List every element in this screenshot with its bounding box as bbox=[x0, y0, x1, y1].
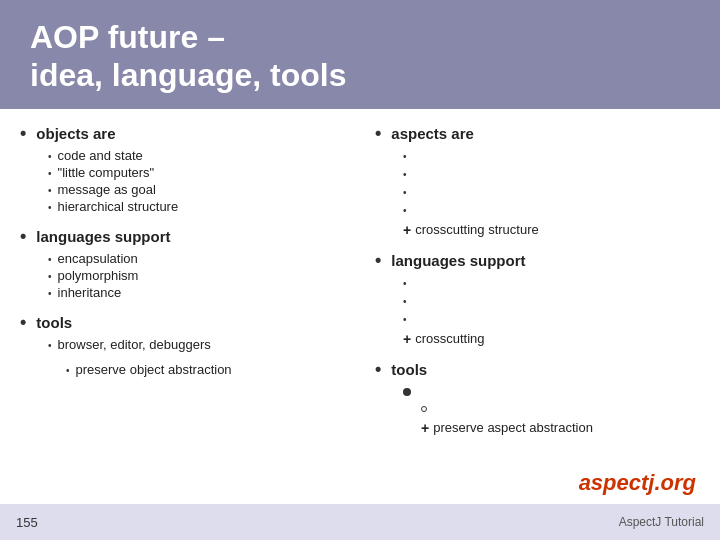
list-item: • browser, editor, debuggers bbox=[48, 337, 345, 352]
aspects-plus-text: crosscutting structure bbox=[415, 222, 539, 237]
list-item: • encapsulation bbox=[48, 251, 345, 266]
sub-bullet-icon: • bbox=[48, 151, 52, 162]
objects-item-0: code and state bbox=[58, 148, 143, 163]
objects-list: • code and state • "little computers" • … bbox=[48, 148, 345, 214]
objects-heading: • objects are bbox=[20, 123, 345, 144]
list-item: • bbox=[403, 202, 700, 218]
list-item: • message as goal bbox=[48, 182, 345, 197]
objects-section: • objects are • code and state • "little… bbox=[20, 123, 345, 214]
sub-bullet-icon: • bbox=[403, 314, 407, 325]
title-line1: AOP future – bbox=[30, 19, 225, 55]
left-column: • objects are • code and state • "little… bbox=[20, 123, 355, 493]
plus-icon: + bbox=[403, 222, 411, 238]
tools-sub-list: • preserve object abstraction bbox=[66, 362, 345, 377]
sub-bullet-icon: • bbox=[48, 168, 52, 179]
right-languages-plus: + crosscutting bbox=[403, 331, 700, 347]
right-tools-plus-text: preserve aspect abstraction bbox=[433, 420, 593, 435]
page-title: AOP future – idea, language, tools bbox=[30, 18, 690, 95]
aspects-bullet: • bbox=[375, 123, 381, 144]
objects-item-2: message as goal bbox=[58, 182, 156, 197]
tools-bullet: • bbox=[20, 312, 26, 333]
objects-item-1: "little computers" bbox=[58, 165, 155, 180]
list-item: • bbox=[403, 166, 700, 182]
list-item: • bbox=[403, 293, 700, 309]
tools-section: • tools • browser, editor, debuggers • p… bbox=[20, 312, 345, 377]
sub-bullet-icon: • bbox=[403, 187, 407, 198]
list-item: • inheritance bbox=[48, 285, 345, 300]
title-line2: idea, language, tools bbox=[30, 57, 347, 93]
right-tools-label: tools bbox=[391, 361, 427, 378]
tools-label: tools bbox=[36, 314, 72, 331]
right-tools-heading: • tools bbox=[375, 359, 700, 380]
sub-bullet-icon: • bbox=[48, 288, 52, 299]
right-column: • aspects are • • • • bbox=[365, 123, 700, 493]
right-languages-heading: • languages support bbox=[375, 250, 700, 271]
footer-tutorial-label: AspectJ Tutorial bbox=[619, 515, 704, 529]
languages-section: • languages support • encapsulation • po… bbox=[20, 226, 345, 300]
sub-bullet-icon: • bbox=[48, 271, 52, 282]
lang-item-0: encapsulation bbox=[58, 251, 138, 266]
tools-sub-label: browser, editor, debuggers bbox=[58, 337, 211, 352]
tools-sub-item: preserve object abstraction bbox=[76, 362, 232, 377]
sub-bullet-icon: • bbox=[403, 205, 407, 216]
aspectj-logo: aspectj.org bbox=[579, 470, 696, 496]
sub-bullet-icon: • bbox=[403, 296, 407, 307]
lang-item-2: inheritance bbox=[58, 285, 122, 300]
languages-heading: • languages support bbox=[20, 226, 345, 247]
footer: 155 AspectJ Tutorial bbox=[0, 504, 720, 540]
list-item: • hierarchical structure bbox=[48, 199, 345, 214]
right-tools-sub-list bbox=[421, 402, 700, 418]
plus-icon: + bbox=[403, 331, 411, 347]
objects-label: objects are bbox=[36, 125, 115, 142]
list-item: • preserve object abstraction bbox=[66, 362, 345, 377]
sub-bullet-icon: • bbox=[48, 340, 52, 351]
logo-text: aspectj.org bbox=[579, 470, 696, 495]
plus-icon: + bbox=[421, 420, 429, 436]
list-item: • bbox=[403, 275, 700, 291]
right-languages-section: • languages support • • • + cro bbox=[375, 250, 700, 347]
header: AOP future – idea, language, tools bbox=[0, 0, 720, 109]
sub-bullet-icon: • bbox=[66, 365, 70, 376]
list-item: • polymorphism bbox=[48, 268, 345, 283]
right-languages-bullet: • bbox=[375, 250, 381, 271]
aspects-heading: • aspects are bbox=[375, 123, 700, 144]
aspects-plus: + crosscutting structure bbox=[403, 222, 700, 238]
right-tools-plus: + preserve aspect abstraction bbox=[421, 420, 700, 436]
languages-bullet: • bbox=[20, 226, 26, 247]
right-languages-plus-text: crosscutting bbox=[415, 331, 484, 346]
list-item bbox=[403, 384, 700, 400]
tools-heading: • tools bbox=[20, 312, 345, 333]
aspects-label: aspects are bbox=[391, 125, 474, 142]
objects-item-3: hierarchical structure bbox=[58, 199, 179, 214]
languages-list: • encapsulation • polymorphism • inherit… bbox=[48, 251, 345, 300]
lang-item-1: polymorphism bbox=[58, 268, 139, 283]
right-tools-bullet: • bbox=[375, 359, 381, 380]
list-item: • code and state bbox=[48, 148, 345, 163]
empty-bullet-icon bbox=[421, 406, 427, 412]
sub-bullet-icon: • bbox=[48, 254, 52, 265]
aspects-list: • • • • bbox=[403, 148, 700, 218]
list-item: • bbox=[403, 184, 700, 200]
aspects-section: • aspects are • • • • bbox=[375, 123, 700, 238]
list-item: • "little computers" bbox=[48, 165, 345, 180]
list-item bbox=[421, 402, 700, 418]
right-languages-label: languages support bbox=[391, 252, 525, 269]
sub-bullet-icon: • bbox=[48, 202, 52, 213]
filled-bullet-icon bbox=[403, 388, 411, 396]
objects-bullet: • bbox=[20, 123, 26, 144]
sub-bullet-icon: • bbox=[403, 151, 407, 162]
right-tools-section: • tools + preserve aspect abstraction bbox=[375, 359, 700, 436]
right-tools-list bbox=[403, 384, 700, 400]
main-content: • objects are • code and state • "little… bbox=[0, 109, 720, 503]
sub-bullet-icon: • bbox=[48, 185, 52, 196]
sub-bullet-icon: • bbox=[403, 278, 407, 289]
right-languages-list: • • • bbox=[403, 275, 700, 327]
page-number: 155 bbox=[16, 515, 38, 530]
languages-label: languages support bbox=[36, 228, 170, 245]
list-item: • bbox=[403, 148, 700, 164]
tools-list: • browser, editor, debuggers bbox=[48, 337, 345, 352]
list-item: • bbox=[403, 311, 700, 327]
sub-bullet-icon: • bbox=[403, 169, 407, 180]
